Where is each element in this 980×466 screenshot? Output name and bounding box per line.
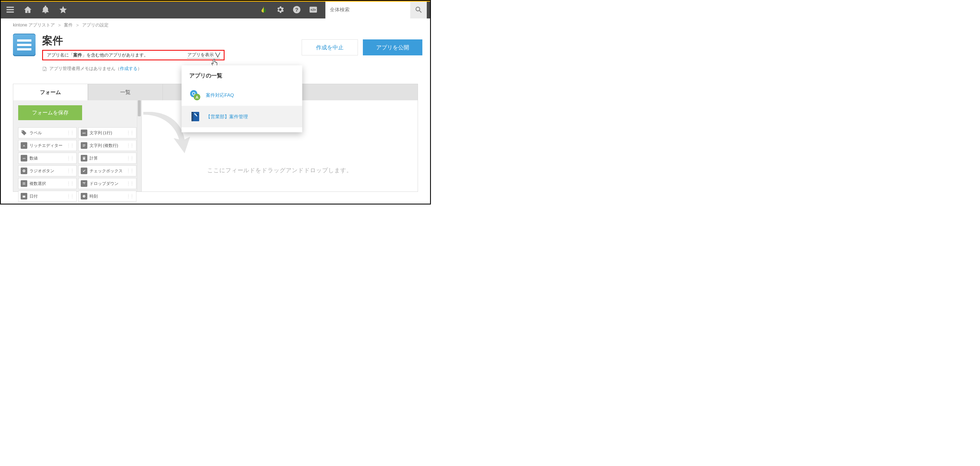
notebook-icon <box>189 111 201 122</box>
app-icon <box>13 33 35 56</box>
show-apps-toggle[interactable]: アプリを表示╲╱ <box>187 52 220 59</box>
popover-link: 【営業部】案件管理 <box>206 113 248 120</box>
svg-point-21 <box>84 159 84 159</box>
gear-icon[interactable] <box>276 5 285 14</box>
cancel-button[interactable]: 作成を中止 <box>302 40 358 56</box>
field-number[interactable]: 123数値⋮⋮⋮⋮ <box>18 153 76 164</box>
field-text-multi[interactable]: 文字列 (複数行)⋮⋮⋮⋮ <box>78 140 137 151</box>
field-date[interactable]: 日付⋮⋮⋮⋮ <box>18 191 76 202</box>
save-form-button[interactable]: フォームを保存 <box>18 105 82 120</box>
create-memo-link[interactable]: 作成する <box>120 66 137 71</box>
svg-point-7 <box>416 7 420 11</box>
home-icon[interactable] <box>24 5 32 14</box>
tab-list[interactable]: 一覧 <box>88 84 163 100</box>
field-rich-editor[interactable]: Aリッチエディター⋮⋮⋮⋮ <box>18 140 76 151</box>
svg-rect-16 <box>83 157 84 157</box>
svg-line-8 <box>420 11 422 13</box>
popover-link: 案件対応FAQ <box>206 92 234 99</box>
svg-rect-30 <box>22 195 25 196</box>
clock-icon <box>81 193 88 199</box>
dropdown-icon <box>81 180 88 187</box>
svg-rect-2 <box>6 11 14 13</box>
menu-icon[interactable] <box>6 5 14 14</box>
breadcrumb-item: アプリの設定 <box>82 22 108 28</box>
svg-point-24 <box>24 170 24 172</box>
field-dropdown[interactable]: ドロップダウン⋮⋮⋮⋮ <box>78 178 137 189</box>
radio-icon <box>21 167 27 174</box>
field-text-single[interactable]: ABC文字列 (1行)⋮⋮⋮⋮ <box>78 127 137 138</box>
field-label[interactable]: ラベル⋮⋮⋮⋮ <box>18 127 76 138</box>
field-time[interactable]: 時刻⋮⋮⋮⋮ <box>78 191 137 202</box>
top-bar: ? </> <box>1 1 430 19</box>
list-icon <box>21 180 27 187</box>
popover-title: アプリの一覧 <box>181 72 302 84</box>
drop-hint-text: ここにフィールドをドラッグアンドドロップします。 <box>142 167 418 174</box>
chevron-down-icon: ╲╱ <box>215 52 220 57</box>
tag-icon <box>21 129 27 136</box>
duplicate-notice: アプリ名に「案件」を含む他のアプリがあります。 アプリを表示╲╱ <box>42 50 224 60</box>
field-calc[interactable]: 計算⋮⋮⋮⋮ <box>78 153 137 164</box>
svg-text:</>: </> <box>310 8 316 12</box>
panel-scrollbar[interactable] <box>137 100 142 191</box>
breadcrumb: kintone アプリストア > 案件 > アプリの設定 <box>13 22 418 28</box>
leaf-icon[interactable] <box>259 5 268 14</box>
chevron-right-icon: > <box>76 23 78 28</box>
svg-point-41 <box>192 118 193 119</box>
svg-text:A: A <box>23 145 25 147</box>
svg-point-42 <box>192 120 193 121</box>
letter-a-icon: A <box>21 142 27 149</box>
star-icon[interactable] <box>59 5 67 14</box>
svg-text:A: A <box>196 95 199 100</box>
svg-point-18 <box>84 158 84 159</box>
bell-icon[interactable] <box>41 5 50 14</box>
svg-text:123: 123 <box>22 157 25 159</box>
popover-item[interactable]: QA 案件対応FAQ <box>181 84 302 106</box>
publish-button[interactable]: アプリを公開 <box>363 40 422 56</box>
help-icon[interactable]: ? <box>292 5 301 14</box>
svg-text:?: ? <box>295 7 298 13</box>
faq-icon: QA <box>189 89 201 101</box>
tab-form[interactable]: フォーム <box>13 84 88 100</box>
svg-rect-0 <box>6 6 14 8</box>
svg-rect-28 <box>83 183 85 183</box>
svg-point-40 <box>192 116 193 118</box>
app-list-popover: アプリの一覧 QA 案件対応FAQ 【営業部】案件管理 <box>181 65 302 132</box>
calculator-icon <box>81 155 88 162</box>
breadcrumb-item[interactable]: 案件 <box>64 22 73 28</box>
lines-icon <box>81 142 88 149</box>
svg-text:ABC: ABC <box>82 132 86 134</box>
search-input[interactable] <box>325 1 410 19</box>
svg-rect-1 <box>6 9 14 10</box>
svg-point-39 <box>192 115 193 116</box>
note-edit-icon <box>42 67 47 72</box>
code-icon[interactable]: </> <box>309 5 318 14</box>
field-radio[interactable]: ラジオボタン⋮⋮⋮⋮ <box>18 165 76 177</box>
search-button[interactable] <box>410 1 427 19</box>
chevron-right-icon: > <box>58 23 60 28</box>
field-panel: フォームを保存 ラベル⋮⋮⋮⋮ ABC文字列 (1行)⋮⋮⋮⋮ Aリッチエディタ… <box>13 100 142 191</box>
breadcrumb-item[interactable]: kintone アプリストア <box>13 22 55 28</box>
checkbox-icon <box>81 167 88 174</box>
abc-icon: ABC <box>81 129 88 136</box>
field-multiselect[interactable]: 複数選択⋮⋮⋮⋮ <box>18 178 76 189</box>
field-checkbox[interactable]: チェックボックス⋮⋮⋮⋮ <box>78 165 137 177</box>
svg-point-38 <box>192 113 193 114</box>
calendar-icon <box>21 193 27 199</box>
number-icon: 123 <box>21 155 27 162</box>
popover-item[interactable]: 【営業部】案件管理 <box>181 106 302 127</box>
notice-text: アプリ名に「案件」を含む他のアプリがあります。 <box>47 52 148 58</box>
